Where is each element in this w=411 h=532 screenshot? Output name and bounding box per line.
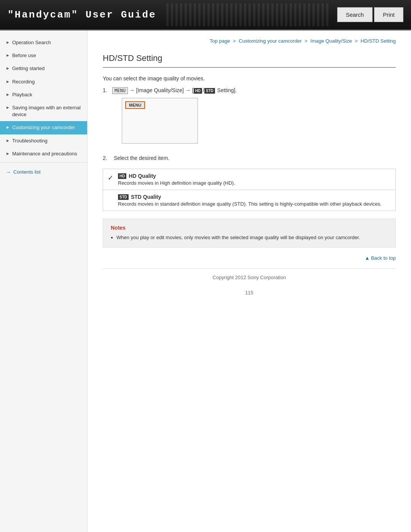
sidebar-item-maintenance[interactable]: ► Maintenance and precautions — [0, 147, 87, 160]
sidebar-item-getting-started[interactable]: ► Getting started — [0, 62, 87, 75]
sidebar-label: Before use — [12, 52, 81, 59]
menu-key: MENU — [112, 87, 129, 93]
sidebar-item-recording[interactable]: ► Recording — [0, 75, 87, 88]
hd-badge-option: HD — [118, 173, 126, 179]
footer: Copyright 2012 Sony Corporation — [103, 268, 396, 286]
search-button[interactable]: Search — [337, 7, 373, 22]
page-title: HD/STD Setting — [103, 53, 396, 68]
notes-list: When you play or edit movies, only movie… — [111, 234, 388, 241]
back-to-top-link[interactable]: ▲ Back to top — [365, 255, 396, 261]
notes-section: Notes When you play or edit movies, only… — [103, 219, 396, 248]
sidebar: ► Operation Search ► Before use ► Gettin… — [0, 30, 88, 532]
step-2-content: Select the desired item. — [112, 155, 396, 161]
option-std-title: STD STD Quality — [118, 194, 391, 200]
option-hd-content: HD HD Quality Records movies in High def… — [118, 173, 391, 186]
option-row-hd[interactable]: ✓ HD HD Quality Records movies in High d… — [103, 169, 395, 190]
breadcrumb: Top page > Customizing your camcorder > … — [103, 38, 396, 44]
checkmark-placeholder — [108, 195, 113, 203]
step-2-number: 2. — [103, 155, 112, 161]
checkmark-icon: ✓ — [108, 174, 113, 182]
breadcrumb-customizing[interactable]: Customizing your camcorder — [239, 38, 301, 44]
sidebar-item-customizing[interactable]: ► Customizing your camcorder — [0, 121, 87, 134]
arrow-icon: ► — [6, 125, 10, 130]
note-item: When you play or edit movies, only movie… — [111, 234, 388, 241]
sidebar-item-playback[interactable]: ► Playback — [0, 88, 87, 101]
contents-list-link[interactable]: → Contents list — [0, 165, 87, 180]
step-1: 1. MENU → [Image Quality/Size] → [HD/STD… — [103, 87, 396, 149]
back-to-top: ▲ Back to top — [103, 255, 396, 261]
step-2-text: Select the desired item. — [112, 155, 169, 161]
option-std-desc: Records movies in standard definition im… — [118, 201, 391, 207]
sidebar-item-operation-search[interactable]: ► Operation Search — [0, 36, 87, 49]
notes-title: Notes — [111, 225, 388, 231]
breadcrumb-current: HD/STD Setting — [361, 38, 396, 44]
hd-badge: HD — [194, 88, 202, 94]
step-1-arrow: → [Image Quality/Size] → [ — [129, 87, 194, 93]
std-badge-option: STD — [118, 194, 129, 200]
std-title-text: STD Quality — [131, 194, 161, 200]
sidebar-label: Playback — [12, 91, 81, 98]
arrow-icon: ► — [6, 53, 10, 58]
step-1-content: MENU → [Image Quality/Size] → [HD/STD Se… — [112, 87, 396, 149]
option-row-std[interactable]: STD STD Quality Records movies in standa… — [103, 190, 395, 211]
intro-text: You can select the image quality of movi… — [103, 75, 396, 81]
arrow-icon: ► — [6, 40, 10, 45]
arrow-icon: ► — [6, 105, 10, 110]
arrow-icon: ► — [6, 66, 10, 71]
hd-title-text: HD Quality — [129, 173, 156, 179]
menu-button-key: MENU — [112, 87, 128, 94]
site-title: "Handycam" User Guide — [8, 9, 156, 21]
step-1-suffix: Setting]. — [216, 87, 237, 93]
menu-button-image: MENU — [125, 101, 145, 109]
breadcrumb-top[interactable]: Top page — [210, 38, 230, 44]
std-badge: STD — [204, 88, 215, 94]
header-buttons: Search Print — [337, 7, 403, 22]
sidebar-label: Operation Search — [12, 39, 81, 46]
print-button[interactable]: Print — [374, 7, 403, 22]
sidebar-label: Troubleshooting — [12, 137, 81, 144]
sidebar-item-saving-images[interactable]: ► Saving images with an external device — [0, 101, 87, 121]
arrow-icon: ► — [6, 92, 10, 97]
contents-link-label: Contents list — [13, 169, 41, 175]
contents-arrow-icon: → — [6, 169, 11, 175]
breadcrumb-sep: > — [304, 38, 309, 44]
sidebar-label: Maintenance and precautions — [12, 150, 81, 157]
option-hd-title: HD HD Quality — [118, 173, 391, 179]
breadcrumb-sep: > — [233, 38, 237, 44]
sidebar-item-troubleshooting[interactable]: ► Troubleshooting — [0, 134, 87, 147]
main-container: ► Operation Search ► Before use ► Gettin… — [0, 30, 411, 532]
arrow-icon: ► — [6, 79, 10, 85]
sidebar-label: Recording — [12, 78, 81, 85]
menu-screenshot: MENU — [122, 98, 198, 144]
arrow-icon: ► — [6, 151, 10, 157]
main-content: Top page > Customizing your camcorder > … — [88, 30, 411, 532]
copyright: Copyright 2012 Sony Corporation — [213, 275, 286, 280]
option-hd-desc: Records movies in High definition image … — [118, 180, 391, 186]
options-table: ✓ HD HD Quality Records movies in High d… — [103, 169, 396, 211]
sidebar-label: Customizing your camcorder — [12, 124, 81, 131]
header-decoration — [164, 3, 330, 26]
arrow-icon: ► — [6, 138, 10, 144]
page-number: 115 — [103, 286, 396, 303]
step-1-number: 1. — [103, 87, 112, 93]
sidebar-label: Saving images with an external device — [12, 104, 81, 118]
option-std-content: STD STD Quality Records movies in standa… — [118, 194, 391, 207]
breadcrumb-image-quality[interactable]: Image Quality/Size — [311, 38, 352, 44]
breadcrumb-sep: > — [355, 38, 359, 44]
sidebar-label: Getting started — [12, 65, 81, 72]
sidebar-divider — [0, 162, 87, 163]
sidebar-item-before-use[interactable]: ► Before use — [0, 49, 87, 62]
page-header: "Handycam" User Guide Search Print — [0, 0, 411, 30]
step-2: 2. Select the desired item. — [103, 155, 396, 161]
